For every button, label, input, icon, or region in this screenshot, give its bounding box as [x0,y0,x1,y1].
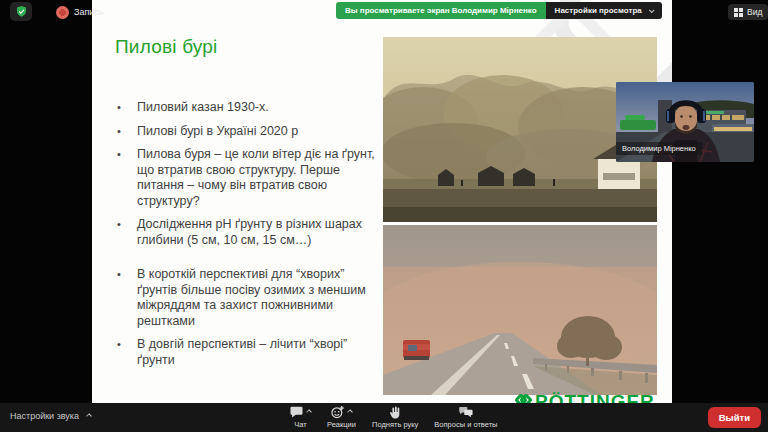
question-answer-bubbles-icon [459,406,473,418]
pottinger-logo-icon [516,395,531,404]
chevron-up-icon [86,413,92,419]
bullet-item: Пилова буря – це коли вітер діє на ґрунт… [115,147,377,209]
chat-label: Чат [294,420,306,429]
raise-hand-button[interactable]: Поднять руку [372,405,418,429]
shield-check-icon [15,5,28,18]
leave-meeting-button[interactable]: Выйти [708,407,761,428]
raised-hand-icon [389,406,401,419]
chevron-down-icon [649,7,655,13]
screen-share-banner-group: Вы просматриваете экран Володимир Мірнен… [336,2,662,19]
audio-settings-button[interactable]: Настройки звука [10,411,91,421]
smiley-reaction-icon [331,406,344,419]
pottinger-logo-text: PÖTTINGER [535,391,655,403]
view-button-label: Вид [747,7,762,17]
bullet-item: Пилові бурі в Україні 2020 р [115,124,377,140]
recording-indicator-icon[interactable] [56,6,69,19]
bullet-item: В короткій перспективі для “хворих” ґрун… [115,267,377,329]
reactions-label: Реакции [327,420,356,429]
view-button[interactable]: Вид [728,4,768,20]
participant-name-label: Володимир Мірненко [616,142,702,155]
participant-video-tile[interactable]: Володимир Мірненко [616,82,754,162]
bullet-item: Дослідження pH ґрунту в різних шарах гли… [115,217,377,248]
share-banner-text: Вы просматриваете экран Володимир Мірнен… [336,2,546,19]
slide-bullet-list: Пиловий казан 1930-х. Пилові бурі в Укра… [115,100,377,376]
reactions-button[interactable]: Реакции [327,405,356,429]
bullet-item: В довгій перспективі – лічити “хворі” ґр… [115,337,377,368]
grid-view-icon [734,8,743,17]
audio-settings-label: Настройки звука [10,411,79,421]
slide-title: Пилові бурі [115,36,217,58]
pottinger-logo: PÖTTINGER [516,391,655,403]
raise-hand-label: Поднять руку [372,420,418,429]
view-settings-button[interactable]: Настройки просмотра [546,2,662,19]
shared-screen-slide: Пилові бурі Пиловий казан 1930-х. Пилові… [92,0,672,403]
qa-label: Вопросы и ответы [434,420,497,429]
security-shield-button[interactable] [10,2,32,21]
bullet-item: Пиловий казан 1930-х. [115,100,377,116]
zoom-meeting-window: Пилові бурі Пиловий казан 1930-х. Пилові… [0,0,768,432]
qa-button[interactable]: Вопросы и ответы [434,405,497,429]
recording-label: Запись [74,7,104,17]
view-settings-label: Настройки просмотра [555,6,642,15]
chat-button[interactable]: Чат [290,405,311,429]
center-controls: Чат Реакции [290,405,498,429]
dust-storm-highway-photo [383,225,657,395]
chevron-up-icon[interactable] [306,409,312,415]
meeting-control-bar: Настройки звука Чат [0,403,768,432]
chevron-up-icon[interactable] [347,409,353,415]
chat-bubble-icon [290,406,303,418]
